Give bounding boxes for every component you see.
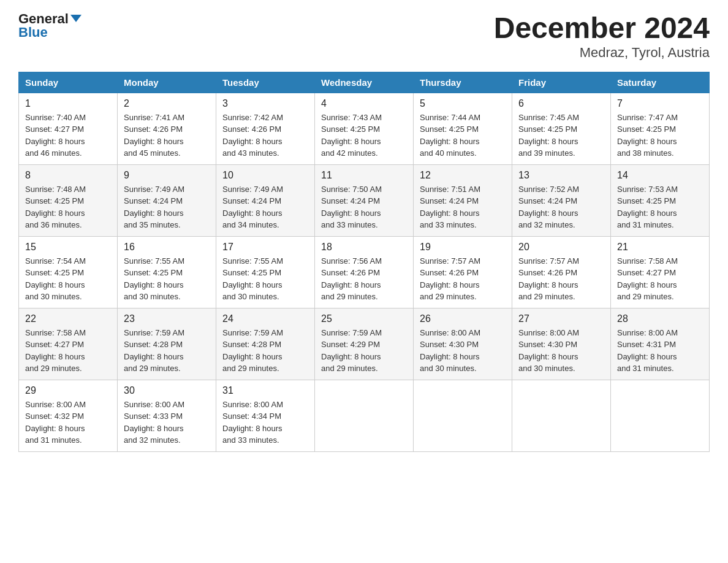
day-number: 2 [124, 98, 210, 109]
logo-line2: Blue [18, 26, 48, 39]
day-info: Sunrise: 8:00 AMSunset: 4:32 PMDaylight:… [25, 400, 86, 445]
page-subtitle: Medraz, Tyrol, Austria [494, 45, 710, 61]
day-info: Sunrise: 7:54 AMSunset: 4:25 PMDaylight:… [25, 256, 86, 302]
day-info: Sunrise: 7:55 AMSunset: 4:25 PMDaylight:… [222, 256, 283, 302]
day-number: 31 [222, 385, 308, 396]
day-info: Sunrise: 8:00 AMSunset: 4:30 PMDaylight:… [420, 328, 480, 373]
day-number: 27 [518, 313, 604, 324]
day-info: Sunrise: 7:55 AMSunset: 4:25 PMDaylight:… [124, 256, 184, 302]
day-info: Sunrise: 7:49 AMSunset: 4:24 PMDaylight:… [124, 185, 184, 230]
calendar-cell [315, 380, 414, 451]
day-info: Sunrise: 7:48 AMSunset: 4:25 PMDaylight:… [25, 185, 86, 230]
calendar-week-row: 22 Sunrise: 7:58 AMSunset: 4:27 PMDaylig… [19, 308, 710, 380]
weekday-header-thursday: Thursday [414, 72, 512, 93]
weekday-header-monday: Monday [118, 72, 216, 93]
calendar-cell: 3 Sunrise: 7:42 AMSunset: 4:26 PMDayligh… [216, 93, 315, 164]
calendar-cell: 2 Sunrise: 7:41 AMSunset: 4:26 PMDayligh… [118, 93, 216, 164]
day-info: Sunrise: 7:53 AMSunset: 4:25 PMDaylight:… [617, 185, 678, 230]
calendar-cell: 4 Sunrise: 7:43 AMSunset: 4:25 PMDayligh… [315, 93, 414, 164]
calendar-cell: 23 Sunrise: 7:59 AMSunset: 4:28 PMDaylig… [118, 308, 216, 380]
calendar-table: SundayMondayTuesdayWednesdayThursdayFrid… [18, 72, 710, 452]
weekday-header-sunday: Sunday [19, 72, 118, 93]
calendar-cell: 8 Sunrise: 7:48 AMSunset: 4:25 PMDayligh… [19, 164, 118, 236]
calendar-cell: 5 Sunrise: 7:44 AMSunset: 4:25 PMDayligh… [414, 93, 512, 164]
calendar-cell: 29 Sunrise: 8:00 AMSunset: 4:32 PMDaylig… [19, 380, 118, 451]
day-info: Sunrise: 7:58 AMSunset: 4:27 PMDaylight:… [25, 328, 86, 373]
weekday-header-friday: Friday [512, 72, 611, 93]
day-info: Sunrise: 7:41 AMSunset: 4:26 PMDaylight:… [124, 113, 184, 158]
weekday-header-wednesday: Wednesday [315, 72, 414, 93]
logo: General Blue [18, 12, 82, 39]
calendar-week-row: 29 Sunrise: 8:00 AMSunset: 4:32 PMDaylig… [19, 380, 710, 451]
calendar-cell: 10 Sunrise: 7:49 AMSunset: 4:24 PMDaylig… [216, 164, 315, 236]
day-number: 25 [321, 313, 407, 324]
day-number: 22 [25, 313, 111, 324]
calendar-cell: 30 Sunrise: 8:00 AMSunset: 4:33 PMDaylig… [118, 380, 216, 451]
calendar-week-row: 15 Sunrise: 7:54 AMSunset: 4:25 PMDaylig… [19, 236, 710, 308]
day-number: 26 [420, 313, 506, 324]
calendar-cell: 16 Sunrise: 7:55 AMSunset: 4:25 PMDaylig… [118, 236, 216, 308]
day-info: Sunrise: 7:43 AMSunset: 4:25 PMDaylight:… [321, 113, 382, 158]
day-number: 4 [321, 98, 407, 109]
calendar-cell: 12 Sunrise: 7:51 AMSunset: 4:24 PMDaylig… [414, 164, 512, 236]
weekday-header-row: SundayMondayTuesdayWednesdayThursdayFrid… [19, 72, 710, 93]
calendar-cell: 25 Sunrise: 7:59 AMSunset: 4:29 PMDaylig… [315, 308, 414, 380]
day-number: 23 [124, 313, 210, 324]
day-info: Sunrise: 7:49 AMSunset: 4:24 PMDaylight:… [222, 185, 283, 230]
calendar-cell: 19 Sunrise: 7:57 AMSunset: 4:26 PMDaylig… [414, 236, 512, 308]
day-info: Sunrise: 7:59 AMSunset: 4:28 PMDaylight:… [124, 328, 184, 373]
day-number: 10 [222, 170, 308, 181]
day-number: 1 [25, 98, 111, 109]
day-number: 11 [321, 170, 407, 181]
weekday-header-saturday: Saturday [611, 72, 710, 93]
calendar-cell: 18 Sunrise: 7:56 AMSunset: 4:26 PMDaylig… [315, 236, 414, 308]
day-info: Sunrise: 7:59 AMSunset: 4:28 PMDaylight:… [222, 328, 283, 373]
calendar-cell: 27 Sunrise: 8:00 AMSunset: 4:30 PMDaylig… [512, 308, 611, 380]
day-info: Sunrise: 7:52 AMSunset: 4:24 PMDaylight:… [518, 185, 579, 230]
day-number: 19 [420, 242, 506, 253]
day-number: 13 [518, 170, 604, 181]
day-info: Sunrise: 7:58 AMSunset: 4:27 PMDaylight:… [617, 256, 678, 302]
day-info: Sunrise: 7:44 AMSunset: 4:25 PMDaylight:… [420, 113, 480, 158]
page-title: December 2024 [494, 12, 710, 45]
day-info: Sunrise: 7:42 AMSunset: 4:26 PMDaylight:… [222, 113, 283, 158]
day-info: Sunrise: 7:56 AMSunset: 4:26 PMDaylight:… [321, 256, 382, 302]
day-number: 8 [25, 170, 111, 181]
day-number: 18 [321, 242, 407, 253]
calendar-week-row: 8 Sunrise: 7:48 AMSunset: 4:25 PMDayligh… [19, 164, 710, 236]
calendar-cell: 6 Sunrise: 7:45 AMSunset: 4:25 PMDayligh… [512, 93, 611, 164]
day-number: 5 [420, 98, 506, 109]
calendar-cell: 21 Sunrise: 7:58 AMSunset: 4:27 PMDaylig… [611, 236, 710, 308]
day-number: 30 [124, 385, 210, 396]
calendar-cell: 31 Sunrise: 8:00 AMSunset: 4:34 PMDaylig… [216, 380, 315, 451]
weekday-header-tuesday: Tuesday [216, 72, 315, 93]
day-info: Sunrise: 7:45 AMSunset: 4:25 PMDaylight:… [518, 113, 579, 158]
day-number: 17 [222, 242, 308, 253]
calendar-cell [611, 380, 710, 451]
day-number: 9 [124, 170, 210, 181]
day-number: 3 [222, 98, 308, 109]
day-number: 21 [617, 242, 703, 253]
day-number: 24 [222, 313, 308, 324]
day-info: Sunrise: 7:40 AMSunset: 4:27 PMDaylight:… [25, 113, 86, 158]
day-info: Sunrise: 8:00 AMSunset: 4:31 PMDaylight:… [617, 328, 678, 373]
calendar-cell: 20 Sunrise: 7:57 AMSunset: 4:26 PMDaylig… [512, 236, 611, 308]
day-number: 15 [25, 242, 111, 253]
day-number: 12 [420, 170, 506, 181]
day-number: 14 [617, 170, 703, 181]
day-number: 16 [124, 242, 210, 253]
calendar-cell: 7 Sunrise: 7:47 AMSunset: 4:25 PMDayligh… [611, 93, 710, 164]
day-number: 7 [617, 98, 703, 109]
calendar-cell: 26 Sunrise: 8:00 AMSunset: 4:30 PMDaylig… [414, 308, 512, 380]
calendar-week-row: 1 Sunrise: 7:40 AMSunset: 4:27 PMDayligh… [19, 93, 710, 164]
calendar-cell: 24 Sunrise: 7:59 AMSunset: 4:28 PMDaylig… [216, 308, 315, 380]
day-info: Sunrise: 7:57 AMSunset: 4:26 PMDaylight:… [420, 256, 480, 302]
calendar-cell: 11 Sunrise: 7:50 AMSunset: 4:24 PMDaylig… [315, 164, 414, 236]
day-info: Sunrise: 7:57 AMSunset: 4:26 PMDaylight:… [518, 256, 579, 302]
day-info: Sunrise: 8:00 AMSunset: 4:33 PMDaylight:… [124, 400, 184, 445]
day-info: Sunrise: 7:51 AMSunset: 4:24 PMDaylight:… [420, 185, 480, 230]
calendar-cell: 13 Sunrise: 7:52 AMSunset: 4:24 PMDaylig… [512, 164, 611, 236]
page-header: General Blue December 2024 Medraz, Tyrol… [18, 12, 710, 61]
calendar-cell [512, 380, 611, 451]
calendar-cell: 28 Sunrise: 8:00 AMSunset: 4:31 PMDaylig… [611, 308, 710, 380]
